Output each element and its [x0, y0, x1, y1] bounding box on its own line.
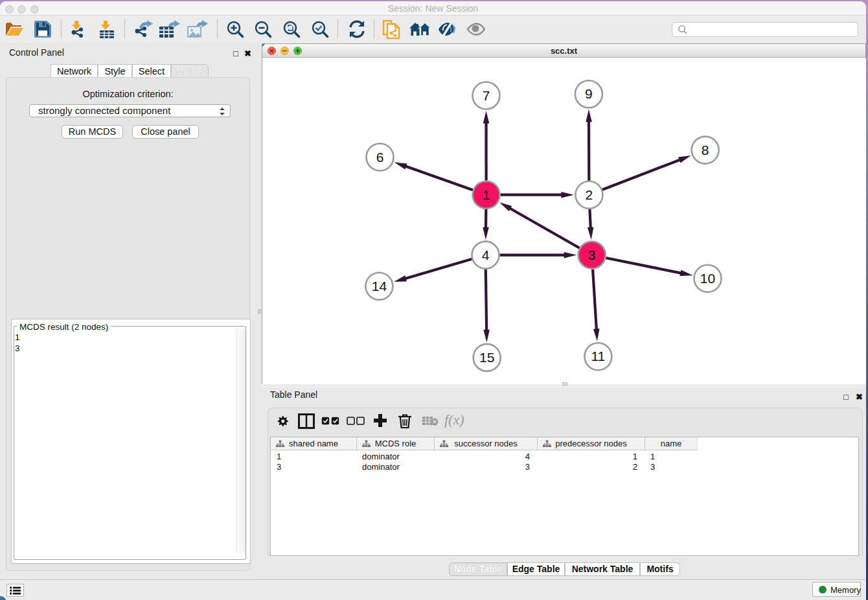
- svg-text:15: 15: [479, 350, 494, 365]
- svg-text:2: 2: [586, 187, 593, 202]
- svg-text:6: 6: [376, 150, 384, 165]
- svg-text:14: 14: [372, 279, 387, 294]
- svg-text:10: 10: [700, 271, 715, 286]
- svg-text:4: 4: [482, 248, 490, 262]
- svg-text:8: 8: [702, 143, 709, 157]
- svg-text:1: 1: [483, 187, 490, 202]
- svg-text:3: 3: [588, 248, 596, 262]
- svg-text:9: 9: [585, 86, 593, 101]
- svg-text:7: 7: [483, 88, 490, 103]
- svg-text:11: 11: [591, 349, 605, 363]
